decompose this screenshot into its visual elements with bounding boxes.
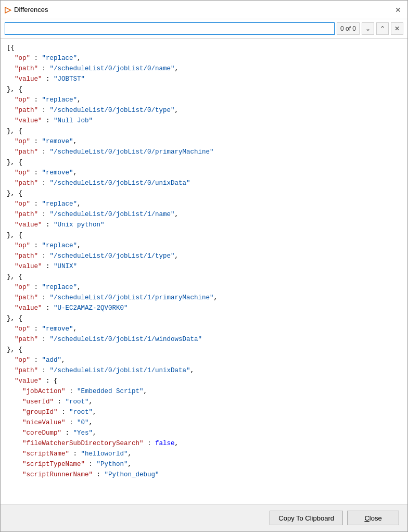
line-29: "path" : "/scheduleList/0/jobList/1/wind… (7, 334, 401, 345)
line-37: "niceValue" : "0", (7, 417, 401, 428)
app-icon: ▷ (5, 5, 11, 15)
copy-to-clipboard-button[interactable]: Copy To Clipboard (270, 511, 343, 525)
differences-window: ▷ Differences ✕ 0 of 0 ⌄ ⌃ ✕ [{ "op" : "… (0, 0, 408, 532)
line-12: }, { (7, 157, 401, 168)
title-bar-left: ▷ Differences (5, 5, 48, 15)
line-39: "fileWatcherSubDirectorySearch" : false, (7, 438, 401, 449)
line-40: "scriptName" : "helloworld", (7, 449, 401, 459)
line-42: "scriptRunnerName" : "Python_debug" (7, 470, 401, 480)
line-19: }, { (7, 230, 401, 240)
line-4: "value" : "JOBTST" (7, 74, 401, 84)
line-21: "path" : "/scheduleList/0/jobList/1/type… (7, 251, 401, 261)
line-1: [{ (7, 43, 401, 53)
search-input[interactable] (5, 22, 335, 35)
line-23: }, { (7, 272, 401, 282)
line-33: "value" : { (7, 376, 401, 386)
search-counter: 0 of 0 (337, 22, 360, 35)
line-36: "groupId" : "root", (7, 407, 401, 417)
line-18: "value" : "Unix python" (7, 220, 401, 230)
window-title: Differences (14, 6, 48, 14)
line-25: "path" : "/scheduleList/0/jobList/1/prim… (7, 293, 401, 303)
line-5: }, { (7, 84, 401, 95)
footer: Copy To Clipboard Close (1, 504, 407, 531)
search-bar: 0 of 0 ⌄ ⌃ ✕ (1, 19, 407, 39)
line-8: "value" : "Null Job" (7, 116, 401, 126)
line-2: "op" : "replace", (7, 53, 401, 64)
close-label: Close (364, 514, 381, 522)
line-35: "userId" : "root", (7, 397, 401, 407)
line-6: "op" : "replace", (7, 95, 401, 105)
line-10: "op" : "remove", (7, 136, 401, 147)
search-close-button[interactable]: ✕ (391, 22, 403, 35)
line-20: "op" : "replace", (7, 240, 401, 251)
line-11: "path" : "/scheduleList/0/jobList/0/prim… (7, 147, 401, 157)
line-34: "jobAction" : "Embedded Script", (7, 386, 401, 397)
diff-content[interactable]: [{ "op" : "replace", "path" : "/schedule… (1, 39, 407, 504)
line-28: "op" : "remove", (7, 324, 401, 334)
line-3: "path" : "/scheduleList/0/jobList/0/name… (7, 64, 401, 74)
line-31: "op" : "add", (7, 355, 401, 365)
line-15: }, { (7, 188, 401, 199)
line-24: "op" : "replace", (7, 282, 401, 293)
search-next-button[interactable]: ⌃ (376, 22, 389, 35)
line-26: "value" : "U-EC2AMAZ-2QV0RK0" (7, 303, 401, 313)
line-22: "value" : "UNIX" (7, 261, 401, 272)
line-30: }, { (7, 345, 401, 355)
close-button[interactable]: Close (347, 511, 399, 525)
search-prev-button[interactable]: ⌄ (362, 22, 374, 35)
line-13: "op" : "remove", (7, 168, 401, 178)
close-window-button[interactable]: ✕ (393, 5, 403, 15)
line-7: "path" : "/scheduleList/0/jobList/0/type… (7, 105, 401, 116)
line-16: "op" : "replace", (7, 199, 401, 209)
line-27: }, { (7, 313, 401, 324)
line-17: "path" : "/scheduleList/0/jobList/1/name… (7, 209, 401, 220)
line-38: "coreDump" : "Yes", (7, 428, 401, 438)
line-41: "scriptTypeName" : "Python", (7, 459, 401, 470)
line-9: }, { (7, 126, 401, 136)
line-32: "path" : "/scheduleList/0/jobList/1/unix… (7, 365, 401, 376)
title-bar: ▷ Differences ✕ (1, 1, 407, 19)
line-14: "path" : "/scheduleList/0/jobList/0/unix… (7, 178, 401, 188)
